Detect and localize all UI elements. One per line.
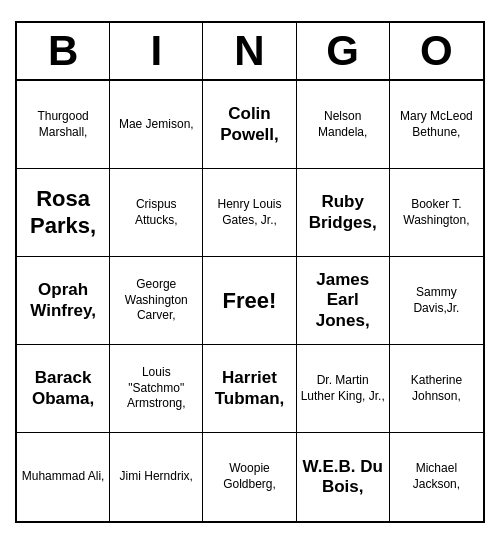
header-letter: I — [110, 23, 203, 79]
cell-text: Barack Obama, — [21, 368, 105, 409]
bingo-cell-r3c2: George Washington Carver, — [110, 257, 203, 345]
bingo-card: BINGO Thurgood Marshall,Mae Jemison,Coli… — [15, 21, 485, 523]
cell-text: Henry Louis Gates, Jr., — [207, 197, 291, 228]
cell-text: Colin Powell, — [207, 104, 291, 145]
cell-text: Harriet Tubman, — [207, 368, 291, 409]
bingo-cell-r2c4: Ruby Bridges, — [297, 169, 390, 257]
cell-text: Dr. Martin Luther King, Jr., — [301, 373, 385, 404]
cell-text: Katherine Johnson, — [394, 373, 479, 404]
cell-text: Thurgood Marshall, — [21, 109, 105, 140]
cell-text: Michael Jackson, — [394, 461, 479, 492]
bingo-cell-r2c2: Crispus Attucks, — [110, 169, 203, 257]
bingo-cell-r1c1: Thurgood Marshall, — [17, 81, 110, 169]
bingo-cell-r4c2: Louis "Satchmo" Armstrong, — [110, 345, 203, 433]
bingo-cell-r5c5: Michael Jackson, — [390, 433, 483, 521]
cell-text: Mae Jemison, — [119, 117, 194, 133]
bingo-cell-r3c4: James Earl Jones, — [297, 257, 390, 345]
header-letter: O — [390, 23, 483, 79]
header-letter: G — [297, 23, 390, 79]
cell-text: Woopie Goldberg, — [207, 461, 291, 492]
cell-text: Sammy Davis,Jr. — [394, 285, 479, 316]
cell-text: Muhammad Ali, — [22, 469, 105, 485]
bingo-cell-r3c1: Oprah Winfrey, — [17, 257, 110, 345]
cell-text: Rosa Parks, — [21, 186, 105, 239]
bingo-cell-r4c5: Katherine Johnson, — [390, 345, 483, 433]
bingo-cell-r3c5: Sammy Davis,Jr. — [390, 257, 483, 345]
cell-text: George Washington Carver, — [114, 277, 198, 324]
bingo-cell-r4c1: Barack Obama, — [17, 345, 110, 433]
bingo-cell-r2c3: Henry Louis Gates, Jr., — [203, 169, 296, 257]
cell-text: Oprah Winfrey, — [21, 280, 105, 321]
bingo-cell-r5c1: Muhammad Ali, — [17, 433, 110, 521]
cell-text: Louis "Satchmo" Armstrong, — [114, 365, 198, 412]
bingo-header: BINGO — [17, 23, 483, 81]
bingo-cell-r4c4: Dr. Martin Luther King, Jr., — [297, 345, 390, 433]
bingo-cell-r5c3: Woopie Goldberg, — [203, 433, 296, 521]
bingo-cell-r5c2: Jimi Herndrix, — [110, 433, 203, 521]
cell-text: Jimi Herndrix, — [120, 469, 193, 485]
bingo-cell-r5c4: W.E.B. Du Bois, — [297, 433, 390, 521]
header-letter: N — [203, 23, 296, 79]
bingo-cell-r1c5: Mary McLeod Bethune, — [390, 81, 483, 169]
cell-text: W.E.B. Du Bois, — [301, 457, 385, 498]
cell-text: Free! — [223, 288, 277, 314]
header-letter: B — [17, 23, 110, 79]
cell-text: James Earl Jones, — [301, 270, 385, 331]
bingo-cell-r4c3: Harriet Tubman, — [203, 345, 296, 433]
cell-text: Nelson Mandela, — [301, 109, 385, 140]
bingo-cell-r1c2: Mae Jemison, — [110, 81, 203, 169]
cell-text: Mary McLeod Bethune, — [394, 109, 479, 140]
bingo-cell-r1c4: Nelson Mandela, — [297, 81, 390, 169]
bingo-grid: Thurgood Marshall,Mae Jemison,Colin Powe… — [17, 81, 483, 521]
cell-text: Crispus Attucks, — [114, 197, 198, 228]
bingo-cell-r1c3: Colin Powell, — [203, 81, 296, 169]
bingo-cell-r2c5: Booker T. Washington, — [390, 169, 483, 257]
bingo-cell-r3c3: Free! — [203, 257, 296, 345]
cell-text: Ruby Bridges, — [301, 192, 385, 233]
cell-text: Booker T. Washington, — [394, 197, 479, 228]
bingo-cell-r2c1: Rosa Parks, — [17, 169, 110, 257]
